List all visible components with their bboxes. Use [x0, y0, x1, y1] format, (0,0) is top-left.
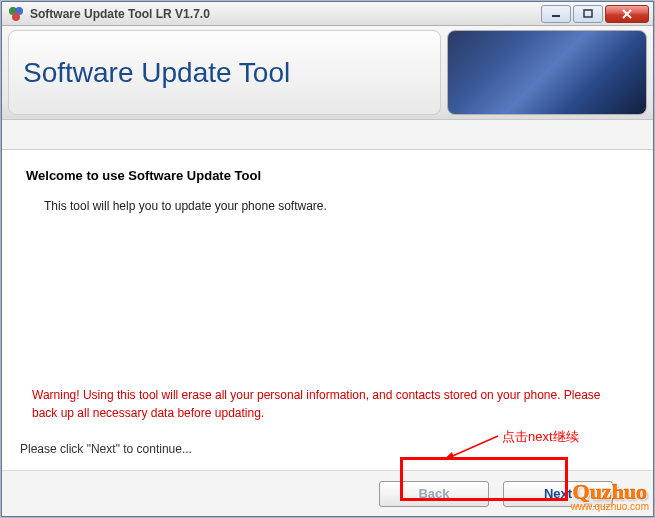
welcome-heading: Welcome to use Software Update Tool [26, 168, 629, 183]
next-button[interactable]: Next [503, 481, 613, 507]
page-title: Software Update Tool [23, 57, 290, 89]
close-icon [622, 9, 632, 19]
spacer-band [2, 120, 653, 150]
svg-rect-4 [584, 10, 592, 17]
header-title-box: Software Update Tool [8, 30, 441, 115]
svg-point-2 [12, 13, 20, 21]
footer-bar: Back Next [2, 470, 653, 516]
window-controls [539, 5, 649, 23]
titlebar: Software Update Tool LR V1.7.0 [2, 2, 653, 26]
warning-text: Warning! Using this tool will erase all … [32, 386, 629, 422]
header-band: Software Update Tool [2, 26, 653, 120]
back-button[interactable]: Back [379, 481, 489, 507]
minimize-icon [551, 10, 561, 18]
app-window: Software Update Tool LR V1.7.0 Software … [1, 1, 654, 517]
header-decorative-image [447, 30, 647, 115]
instruction-text: Please click "Next" to continue... [20, 442, 629, 456]
minimize-button[interactable] [541, 5, 571, 23]
maximize-button[interactable] [573, 5, 603, 23]
window-title: Software Update Tool LR V1.7.0 [30, 7, 539, 21]
app-icon [8, 6, 24, 22]
description-text: This tool will help you to update your p… [44, 199, 629, 213]
content-area: Welcome to use Software Update Tool This… [2, 150, 653, 470]
close-button[interactable] [605, 5, 649, 23]
maximize-icon [583, 9, 593, 19]
